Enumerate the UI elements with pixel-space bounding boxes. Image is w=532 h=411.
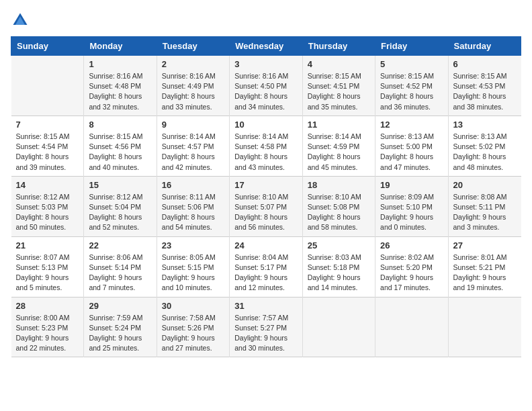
calendar-cell [375,297,448,357]
calendar-cell: 19Sunrise: 8:09 AM Sunset: 5:10 PM Dayli… [375,176,448,236]
calendar-cell: 30Sunrise: 7:58 AM Sunset: 5:26 PM Dayli… [157,297,229,357]
day-number: 29 [89,301,151,311]
day-number: 12 [380,120,443,130]
day-info: Sunrise: 8:03 AM Sunset: 5:18 PM Dayligh… [308,253,370,293]
day-info: Sunrise: 7:59 AM Sunset: 5:24 PM Dayligh… [89,313,151,354]
calendar-body: 1Sunrise: 8:16 AM Sunset: 4:48 PM Daylig… [11,56,521,357]
week-row-2: 7Sunrise: 8:15 AM Sunset: 4:54 PM Daylig… [11,116,521,176]
day-number: 18 [308,180,370,190]
calendar-cell: 3Sunrise: 8:16 AM Sunset: 4:50 PM Daylig… [230,56,302,116]
day-info: Sunrise: 7:58 AM Sunset: 5:26 PM Dayligh… [162,313,224,354]
weekday-header-tuesday: Tuesday [157,37,229,56]
calendar-cell: 26Sunrise: 8:02 AM Sunset: 5:20 PM Dayli… [375,236,448,297]
weekday-header-sunday: Sunday [11,37,84,56]
day-number: 31 [234,301,297,311]
page-header [11,11,521,30]
day-info: Sunrise: 8:10 AM Sunset: 5:07 PM Dayligh… [234,192,297,233]
day-info: Sunrise: 8:10 AM Sunset: 5:08 PM Dayligh… [308,192,370,233]
day-info: Sunrise: 8:15 AM Sunset: 4:54 PM Dayligh… [16,132,79,173]
day-number: 21 [16,240,79,250]
logo-icon [11,11,30,30]
calendar-cell: 13Sunrise: 8:13 AM Sunset: 5:02 PM Dayli… [448,116,521,176]
calendar-cell: 12Sunrise: 8:13 AM Sunset: 5:00 PM Dayli… [375,116,448,176]
calendar-cell: 20Sunrise: 8:08 AM Sunset: 5:11 PM Dayli… [448,176,521,236]
weekday-header-saturday: Saturday [448,37,521,56]
day-info: Sunrise: 8:15 AM Sunset: 4:51 PM Dayligh… [308,71,370,112]
day-info: Sunrise: 8:05 AM Sunset: 5:15 PM Dayligh… [162,253,224,293]
calendar-cell: 29Sunrise: 7:59 AM Sunset: 5:24 PM Dayli… [84,297,157,357]
calendar-cell: 28Sunrise: 8:00 AM Sunset: 5:23 PM Dayli… [11,297,84,357]
week-row-4: 21Sunrise: 8:07 AM Sunset: 5:13 PM Dayli… [11,236,521,297]
calendar-cell: 27Sunrise: 8:01 AM Sunset: 5:21 PM Dayli… [448,236,521,297]
week-row-1: 1Sunrise: 8:16 AM Sunset: 4:48 PM Daylig… [11,56,521,116]
calendar-cell [302,297,375,357]
calendar-cell: 4Sunrise: 8:15 AM Sunset: 4:51 PM Daylig… [302,56,375,116]
calendar-cell: 6Sunrise: 8:15 AM Sunset: 4:53 PM Daylig… [448,56,521,116]
day-number: 17 [234,180,297,190]
day-info: Sunrise: 8:04 AM Sunset: 5:17 PM Dayligh… [234,253,297,293]
calendar-cell: 11Sunrise: 8:14 AM Sunset: 4:59 PM Dayli… [302,116,375,176]
day-number: 2 [162,59,224,69]
day-number: 10 [234,120,297,130]
weekday-row: SundayMondayTuesdayWednesdayThursdayFrid… [11,37,521,56]
weekday-header-wednesday: Wednesday [230,37,302,56]
day-info: Sunrise: 7:57 AM Sunset: 5:27 PM Dayligh… [234,313,297,354]
calendar-cell: 10Sunrise: 8:14 AM Sunset: 4:58 PM Dayli… [230,116,302,176]
day-info: Sunrise: 8:11 AM Sunset: 5:06 PM Dayligh… [162,192,224,233]
calendar-cell: 2Sunrise: 8:16 AM Sunset: 4:49 PM Daylig… [157,56,229,116]
logo [11,11,32,30]
day-number: 13 [453,120,517,130]
day-info: Sunrise: 8:16 AM Sunset: 4:49 PM Dayligh… [162,71,224,112]
calendar-cell: 22Sunrise: 8:06 AM Sunset: 5:14 PM Dayli… [84,236,157,297]
calendar-cell: 5Sunrise: 8:15 AM Sunset: 4:52 PM Daylig… [375,56,448,116]
weekday-header-friday: Friday [375,37,448,56]
day-number: 26 [380,240,443,250]
day-number: 8 [89,120,151,130]
calendar-cell: 15Sunrise: 8:12 AM Sunset: 5:04 PM Dayli… [84,176,157,236]
calendar-cell [448,297,521,357]
day-info: Sunrise: 8:15 AM Sunset: 4:52 PM Dayligh… [380,71,443,112]
day-info: Sunrise: 8:12 AM Sunset: 5:04 PM Dayligh… [89,192,151,233]
day-info: Sunrise: 8:15 AM Sunset: 4:53 PM Dayligh… [453,71,517,112]
day-info: Sunrise: 8:12 AM Sunset: 5:03 PM Dayligh… [16,192,79,233]
day-number: 27 [453,240,517,250]
day-info: Sunrise: 8:07 AM Sunset: 5:13 PM Dayligh… [16,253,79,293]
calendar-cell: 1Sunrise: 8:16 AM Sunset: 4:48 PM Daylig… [84,56,157,116]
day-number: 6 [453,59,517,69]
calendar-cell: 31Sunrise: 7:57 AM Sunset: 5:27 PM Dayli… [230,297,302,357]
day-number: 25 [308,240,370,250]
calendar-cell: 7Sunrise: 8:15 AM Sunset: 4:54 PM Daylig… [11,116,84,176]
calendar-cell: 18Sunrise: 8:10 AM Sunset: 5:08 PM Dayli… [302,176,375,236]
calendar-header: SundayMondayTuesdayWednesdayThursdayFrid… [11,37,521,56]
day-number: 24 [234,240,297,250]
calendar-cell: 21Sunrise: 8:07 AM Sunset: 5:13 PM Dayli… [11,236,84,297]
day-info: Sunrise: 8:13 AM Sunset: 5:02 PM Dayligh… [453,132,517,173]
calendar-cell: 16Sunrise: 8:11 AM Sunset: 5:06 PM Dayli… [157,176,229,236]
week-row-3: 14Sunrise: 8:12 AM Sunset: 5:03 PM Dayli… [11,176,521,236]
day-number: 5 [380,59,443,69]
day-info: Sunrise: 8:00 AM Sunset: 5:23 PM Dayligh… [16,313,79,354]
day-number: 14 [16,180,79,190]
weekday-header-thursday: Thursday [302,37,375,56]
day-info: Sunrise: 8:06 AM Sunset: 5:14 PM Dayligh… [89,253,151,293]
calendar-cell: 17Sunrise: 8:10 AM Sunset: 5:07 PM Dayli… [230,176,302,236]
weekday-header-monday: Monday [84,37,157,56]
day-info: Sunrise: 8:14 AM Sunset: 4:59 PM Dayligh… [308,132,370,173]
calendar-cell: 8Sunrise: 8:15 AM Sunset: 4:56 PM Daylig… [84,116,157,176]
day-info: Sunrise: 8:15 AM Sunset: 4:56 PM Dayligh… [89,132,151,173]
day-info: Sunrise: 8:14 AM Sunset: 4:57 PM Dayligh… [162,132,224,173]
day-number: 20 [453,180,517,190]
day-number: 30 [162,301,224,311]
calendar-cell: 14Sunrise: 8:12 AM Sunset: 5:03 PM Dayli… [11,176,84,236]
day-number: 15 [89,180,151,190]
day-number: 11 [308,120,370,130]
calendar-cell: 9Sunrise: 8:14 AM Sunset: 4:57 PM Daylig… [157,116,229,176]
week-row-5: 28Sunrise: 8:00 AM Sunset: 5:23 PM Dayli… [11,297,521,357]
day-info: Sunrise: 8:01 AM Sunset: 5:21 PM Dayligh… [453,253,517,293]
day-number: 16 [162,180,224,190]
calendar-cell: 24Sunrise: 8:04 AM Sunset: 5:17 PM Dayli… [230,236,302,297]
calendar-cell [11,56,84,116]
day-number: 1 [89,59,151,69]
day-number: 4 [308,59,370,69]
day-info: Sunrise: 8:16 AM Sunset: 4:48 PM Dayligh… [89,71,151,112]
